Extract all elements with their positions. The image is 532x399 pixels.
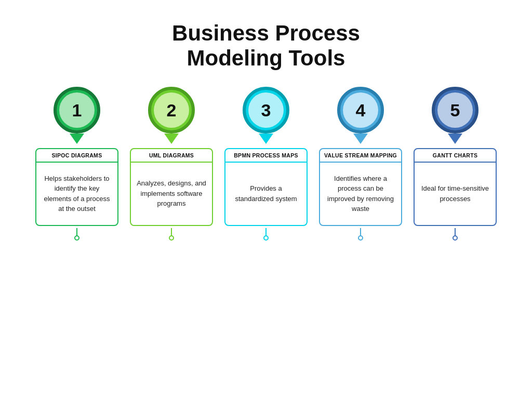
item-4: 4 VALUE STREAM MAPPING Identifies where … xyxy=(316,87,405,241)
connector-1 xyxy=(74,228,79,241)
card-3: BPMN PROCESS MAPS Provides a standardize… xyxy=(224,148,308,226)
pointer-3 xyxy=(259,134,273,144)
card-header-5: GANTT CHARTS xyxy=(415,149,496,163)
balloon-3: 3 xyxy=(243,87,289,134)
number-1: 1 xyxy=(72,101,82,119)
card-5: GANTT CHARTS Ideal for time-sensitive pr… xyxy=(414,148,497,226)
item-2: 2 UML DIAGRAMS Analyzes, designs, and im… xyxy=(127,87,216,241)
item-5: 5 GANTT CHARTS Ideal for time-sensitive … xyxy=(411,87,499,241)
connector-line-4 xyxy=(360,228,361,235)
pointer-5 xyxy=(448,134,462,144)
card-body-4: Identifies where a process can be improv… xyxy=(320,163,401,225)
card-body-5: Ideal for time-sensitive processes xyxy=(415,163,496,225)
card-header-2: UML DIAGRAMS xyxy=(131,149,212,163)
card-header-3: BPMN PROCESS MAPS xyxy=(225,149,307,163)
balloon-inner-5: 5 xyxy=(437,92,473,128)
number-4: 4 xyxy=(356,101,366,119)
connector-dot-4 xyxy=(358,235,363,241)
page-title: Business ProcessModeling Tools xyxy=(172,21,360,71)
pointer-4 xyxy=(353,134,368,144)
card-4: VALUE STREAM MAPPING Identifies where a … xyxy=(319,148,402,226)
connector-4 xyxy=(358,228,363,241)
connector-5 xyxy=(453,228,458,241)
balloon-inner-4: 4 xyxy=(343,92,378,128)
item-1: 1 SIPOC DIAGRAMS Helps stakeholders to i… xyxy=(33,87,121,241)
card-body-2: Analyzes, designs, and implements softwa… xyxy=(131,163,212,225)
connector-dot-5 xyxy=(453,235,458,241)
card-1: SIPOC DIAGRAMS Helps stakeholders to ide… xyxy=(35,148,118,226)
connector-line-3 xyxy=(265,228,267,235)
card-body-3: Provides a standardized system xyxy=(225,163,307,225)
balloon-inner-2: 2 xyxy=(154,92,189,128)
diagram-container: 1 SIPOC DIAGRAMS Helps stakeholders to i… xyxy=(0,87,532,241)
item-3: 3 BPMN PROCESS MAPS Provides a standardi… xyxy=(222,87,310,241)
card-2: UML DIAGRAMS Analyzes, designs, and impl… xyxy=(130,148,213,226)
balloon-4: 4 xyxy=(337,87,384,134)
connector-2 xyxy=(169,228,174,241)
balloon-inner-3: 3 xyxy=(248,92,284,128)
balloon-1: 1 xyxy=(54,87,100,134)
pointer-1 xyxy=(70,134,84,144)
balloon-5: 5 xyxy=(432,87,478,134)
connector-dot-2 xyxy=(169,235,174,241)
number-2: 2 xyxy=(167,101,177,119)
connector-line-2 xyxy=(171,228,172,235)
connector-dot-1 xyxy=(74,235,79,241)
number-5: 5 xyxy=(450,101,460,119)
connector-dot-3 xyxy=(263,235,269,241)
connector-line-1 xyxy=(76,228,77,235)
pointer-2 xyxy=(164,134,179,144)
card-header-1: SIPOC DIAGRAMS xyxy=(36,149,117,163)
balloon-2: 2 xyxy=(148,87,195,134)
card-header-4: VALUE STREAM MAPPING xyxy=(320,149,401,163)
number-3: 3 xyxy=(261,101,271,119)
connector-3 xyxy=(263,228,269,241)
card-body-1: Helps stakeholders to identify the key e… xyxy=(36,163,117,225)
connector-line-5 xyxy=(455,228,456,235)
balloon-inner-1: 1 xyxy=(59,92,95,128)
